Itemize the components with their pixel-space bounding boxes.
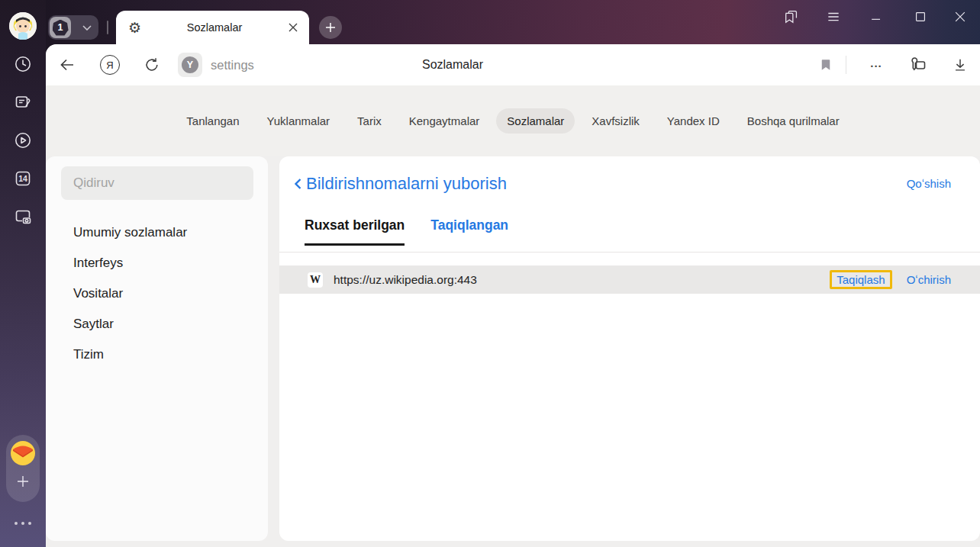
wikipedia-favicon: W bbox=[308, 272, 323, 288]
nav-tab-sozlamalar[interactable]: Sozlamalar bbox=[496, 108, 575, 134]
nav-tab-yandex-id[interactable]: Yandex ID bbox=[656, 108, 730, 134]
yandex-mail-icon[interactable] bbox=[11, 441, 35, 465]
notifications-settings-panel: Bildirishnomalarni yuborish Qoʻshish Rux… bbox=[279, 156, 980, 541]
profile-avatar[interactable] bbox=[9, 12, 37, 40]
notes-icon[interactable] bbox=[14, 93, 32, 111]
window-close-button[interactable] bbox=[951, 8, 969, 26]
tab-close-icon[interactable] bbox=[288, 22, 298, 33]
settings-nav-tabs: Tanlangan Yuklanmalar Tarix Kengaytmalar… bbox=[46, 85, 980, 156]
protect-letter: Y bbox=[182, 56, 198, 73]
window-minimize-button[interactable] bbox=[867, 8, 885, 26]
settings-gear-icon: ⚙ bbox=[128, 21, 141, 35]
browser-side-rail: 14 bbox=[0, 0, 46, 547]
add-panel-icon[interactable] bbox=[16, 475, 30, 488]
plus-icon bbox=[325, 22, 336, 33]
sidebar-item-interfeys[interactable]: Interfeys bbox=[46, 248, 268, 278]
nav-tab-tanlangan[interactable]: Tanlangan bbox=[176, 108, 250, 134]
tab-blocked[interactable]: Taqiqlangan bbox=[430, 217, 508, 246]
nav-tab-tarix[interactable]: Tarix bbox=[347, 108, 392, 134]
nav-tab-boshqa-qurilmalar[interactable]: Boshqa qurilmalar bbox=[737, 108, 850, 134]
collections-icon[interactable] bbox=[782, 8, 801, 26]
yandex-home-icon[interactable]: Я bbox=[100, 55, 120, 75]
calendar-day-label: 14 bbox=[14, 169, 32, 188]
back-icon[interactable] bbox=[58, 56, 76, 74]
avatar-illustration bbox=[9, 12, 37, 40]
browser-content-area: Я Y settings Sozlamalar ... bbox=[46, 44, 980, 547]
delete-action-button[interactable]: Oʻchirish bbox=[907, 273, 951, 286]
media-play-icon[interactable] bbox=[14, 131, 32, 150]
address-toolbar: Я Y settings Sozlamalar ... bbox=[46, 44, 980, 85]
tab-group-counter[interactable]: 1 bbox=[48, 15, 98, 40]
settings-search-input[interactable] bbox=[61, 166, 253, 200]
active-browser-tab[interactable]: ⚙ Sozlamalar bbox=[116, 11, 309, 44]
panel-header: Bildirishnomalarni yuborish Qoʻshish bbox=[279, 167, 980, 201]
nav-tab-kengaytmalar[interactable]: Kengaytmalar bbox=[398, 108, 491, 134]
protect-badge-icon[interactable]: Y bbox=[178, 53, 202, 77]
toolbar-divider bbox=[846, 56, 846, 74]
extensions-more-icon[interactable]: ... bbox=[866, 44, 887, 82]
calendar-icon[interactable]: 14 bbox=[14, 169, 32, 188]
sidebar-item-vositalar[interactable]: Vositalar bbox=[46, 278, 268, 309]
password-manager-icon[interactable] bbox=[909, 56, 927, 74]
tab-allowed[interactable]: Ruxsat berilgan bbox=[305, 217, 405, 246]
block-action-button[interactable]: Taqiqlash bbox=[830, 270, 891, 289]
refresh-icon[interactable] bbox=[143, 56, 161, 74]
back-chevron-icon[interactable] bbox=[289, 175, 308, 193]
downloads-icon[interactable] bbox=[951, 56, 969, 74]
browser-menu-icon[interactable] bbox=[824, 8, 843, 26]
nav-tab-xavfsizlik[interactable]: Xavfsizlik bbox=[581, 108, 650, 134]
sidebar-item-umumiy-sozlamalar[interactable]: Umumiy sozlamalar bbox=[46, 217, 268, 248]
address-input[interactable]: settings bbox=[211, 44, 254, 85]
screenshot-icon[interactable] bbox=[14, 208, 32, 226]
titlebar-divider bbox=[107, 21, 108, 34]
chevron-down-icon[interactable] bbox=[82, 25, 92, 31]
add-site-link[interactable]: Qoʻshish bbox=[907, 167, 951, 201]
permission-tabs: Ruxsat berilgan Taqiqlangan bbox=[305, 217, 508, 246]
tab-count-label: 1 bbox=[53, 20, 69, 36]
settings-sidebar: Umumiy sozlamalar Interfeys Vositalar Sa… bbox=[46, 156, 268, 541]
pinned-apps-panel bbox=[6, 435, 40, 502]
settings-section-list: Umumiy sozlamalar Interfeys Vositalar Sa… bbox=[46, 217, 268, 370]
tab-title: Sozlamalar bbox=[141, 21, 288, 34]
page-title: Sozlamalar bbox=[422, 44, 483, 85]
history-icon[interactable] bbox=[14, 55, 32, 73]
sidebar-item-tizim[interactable]: Tizim bbox=[46, 339, 268, 370]
new-tab-button[interactable] bbox=[319, 16, 342, 39]
nav-tab-yuklanmalar[interactable]: Yuklanmalar bbox=[256, 108, 341, 134]
tab-counter-shield-icon: 1 bbox=[50, 17, 71, 38]
section-title[interactable]: Bildirishnomalarni yuborish bbox=[306, 167, 507, 201]
rail-more-icon[interactable] bbox=[0, 522, 46, 525]
tabs-divider bbox=[279, 252, 980, 253]
site-permission-row[interactable]: W https://uz.wikipedia.org:443 Taqiqlash… bbox=[279, 265, 980, 294]
bookmark-icon[interactable] bbox=[817, 56, 835, 74]
window-maximize-button[interactable] bbox=[911, 8, 930, 26]
site-url: https://uz.wikipedia.org:443 bbox=[334, 273, 830, 287]
sidebar-item-saytlar[interactable]: Saytlar bbox=[46, 309, 268, 339]
